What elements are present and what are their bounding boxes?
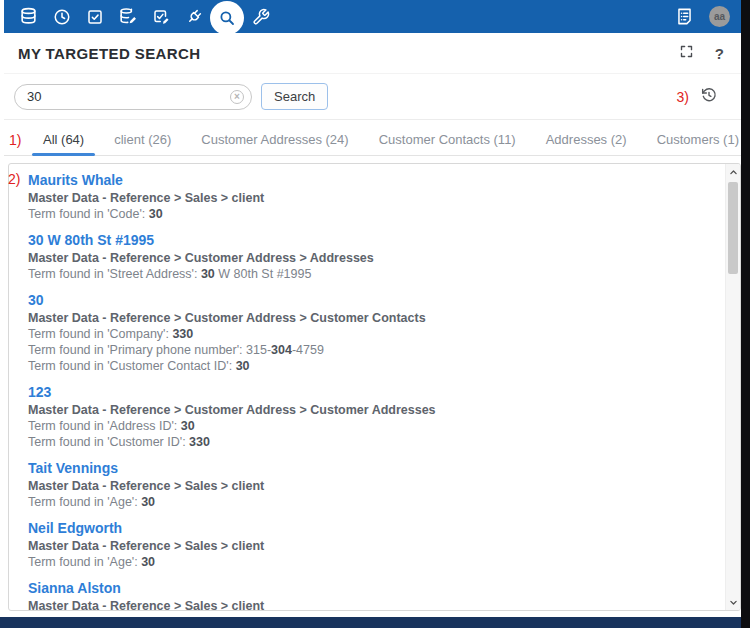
result-breadcrumb-path: Master Data - Reference > Customer Addre… — [28, 310, 725, 326]
fullscreen-icon[interactable] — [679, 44, 694, 63]
result-title-link[interactable]: 30 W 80th St #1995 — [28, 231, 725, 250]
database-edit-icon[interactable] — [111, 0, 144, 33]
result-terms: Term found in 'Address ID': 30Term found… — [28, 418, 725, 450]
result-title-link[interactable]: Tait Vennings — [28, 459, 725, 478]
term-found-line: Term found in 'Street Address': 30 W 80t… — [28, 266, 725, 282]
result-item: 30 Master Data - Reference > Customer Ad… — [28, 291, 725, 374]
help-icon[interactable]: ? — [715, 45, 724, 62]
bottom-strip — [0, 617, 741, 628]
tab-all-64[interactable]: All (64) — [28, 128, 99, 155]
tab-customers-1[interactable]: Customers (1) — [642, 128, 750, 155]
result-terms: Term found in 'Age': 30 — [28, 554, 725, 570]
search-input-wrap: × — [14, 84, 252, 110]
result-breadcrumb-path: Master Data - Reference > Customer Addre… — [28, 250, 725, 266]
result-breadcrumb-path: Master Data - Reference > Sales > client — [28, 190, 725, 206]
result-item: Sianna Alston Master Data - Reference > … — [28, 579, 725, 610]
results-panel: Maurits Whale Master Data - Reference > … — [8, 163, 741, 611]
result-breadcrumb-path: Master Data - Reference > Sales > client — [28, 538, 725, 554]
user-avatar[interactable]: aa — [709, 6, 730, 27]
database-icon[interactable] — [12, 0, 45, 33]
topbar: aa — [4, 0, 742, 33]
app-window: aa MY TARGETED SEARCH ? × Search 3) 1) A… — [4, 0, 742, 617]
tab-label: Customers (1) — [657, 132, 739, 147]
result-breadcrumb-path: Master Data - Reference > Customer Addre… — [28, 402, 725, 418]
result-item: Maurits Whale Master Data - Reference > … — [28, 171, 725, 222]
result-item: 30 W 80th St #1995 Master Data - Referen… — [28, 231, 725, 282]
search-icon[interactable] — [210, 1, 244, 35]
tabs: All (64)client (26)Customer Addresses (2… — [28, 128, 750, 155]
result-title-link[interactable]: Neil Edgworth — [28, 519, 725, 538]
page-title: MY TARGETED SEARCH — [18, 45, 201, 62]
wrench-icon[interactable] — [244, 0, 277, 33]
history-icon[interactable] — [701, 87, 717, 107]
search-button[interactable]: Search — [261, 83, 328, 110]
annotation-2: 2) — [8, 171, 20, 187]
clock-icon[interactable] — [45, 0, 78, 33]
term-found-line: Term found in 'Customer ID': 330 — [28, 434, 725, 450]
right-shade — [741, 0, 750, 628]
term-found-line: Term found in 'Address ID': 30 — [28, 418, 725, 434]
search-row: × Search 3) — [4, 74, 742, 120]
tab-label: client (26) — [114, 132, 171, 147]
task-check-icon[interactable] — [78, 0, 111, 33]
tab-label: Addresses (2) — [546, 132, 627, 147]
log-list-icon[interactable] — [672, 0, 696, 33]
tab-client-26[interactable]: client (26) — [99, 128, 186, 155]
topbar-right: aa — [672, 0, 734, 33]
scroll-up-icon[interactable] — [726, 164, 740, 180]
result-item: 123 Master Data - Reference > Customer A… — [28, 383, 725, 450]
term-found-line: Term found in 'Age': 30 — [28, 494, 725, 510]
tabs-row: 1) All (64)client (26)Customer Addresses… — [4, 128, 742, 156]
result-terms: Term found in 'Street Address': 30 W 80t… — [28, 266, 725, 282]
result-item: Tait Vennings Master Data - Reference > … — [28, 459, 725, 510]
task-edit-icon[interactable] — [144, 0, 177, 33]
result-terms: Term found in 'Age': 30 — [28, 494, 725, 510]
tab-customer-contacts-11[interactable]: Customer Contacts (11) — [364, 128, 531, 155]
result-breadcrumb-path: Master Data - Reference > Sales > client — [28, 598, 725, 610]
results-list: Maurits Whale Master Data - Reference > … — [9, 164, 725, 610]
term-found-line: Term found in 'Code': 30 — [28, 206, 725, 222]
header-icons: ? — [679, 44, 728, 63]
result-title-link[interactable]: 30 — [28, 291, 725, 310]
search-row-right: 3) — [677, 87, 732, 107]
result-terms: Term found in 'Company': 330Term found i… — [28, 326, 725, 374]
term-found-line: Term found in 'Company': 330 — [28, 326, 725, 342]
vertical-scrollbar[interactable] — [725, 164, 740, 610]
annotation-1: 1) — [9, 132, 21, 148]
tab-label: All (64) — [43, 132, 84, 147]
term-found-line: Term found in 'Customer Contact ID': 30 — [28, 358, 725, 374]
clear-icon[interactable]: × — [230, 90, 244, 104]
result-title-link[interactable]: 123 — [28, 383, 725, 402]
page-header: MY TARGETED SEARCH ? — [4, 33, 742, 74]
result-item: Neil Edgworth Master Data - Reference > … — [28, 519, 725, 570]
result-breadcrumb-path: Master Data - Reference > Sales > client — [28, 478, 725, 494]
term-found-line: Term found in 'Age': 30 — [28, 554, 725, 570]
scrollbar-thumb[interactable] — [728, 182, 738, 274]
result-terms: Term found in 'Code': 30 — [28, 206, 725, 222]
scroll-down-icon[interactable] — [726, 594, 740, 610]
plug-icon[interactable] — [177, 0, 210, 33]
annotation-3: 3) — [677, 89, 689, 105]
search-input[interactable] — [14, 84, 252, 110]
result-title-link[interactable]: Maurits Whale — [28, 171, 725, 190]
tab-customer-addresses-24[interactable]: Customer Addresses (24) — [186, 128, 363, 155]
result-title-link[interactable]: Sianna Alston — [28, 579, 725, 598]
tab-label: Customer Contacts (11) — [379, 132, 516, 147]
tab-addresses-2[interactable]: Addresses (2) — [531, 128, 642, 155]
term-found-line: Term found in 'Primary phone number': 31… — [28, 342, 725, 358]
tab-label: Customer Addresses (24) — [201, 132, 348, 147]
